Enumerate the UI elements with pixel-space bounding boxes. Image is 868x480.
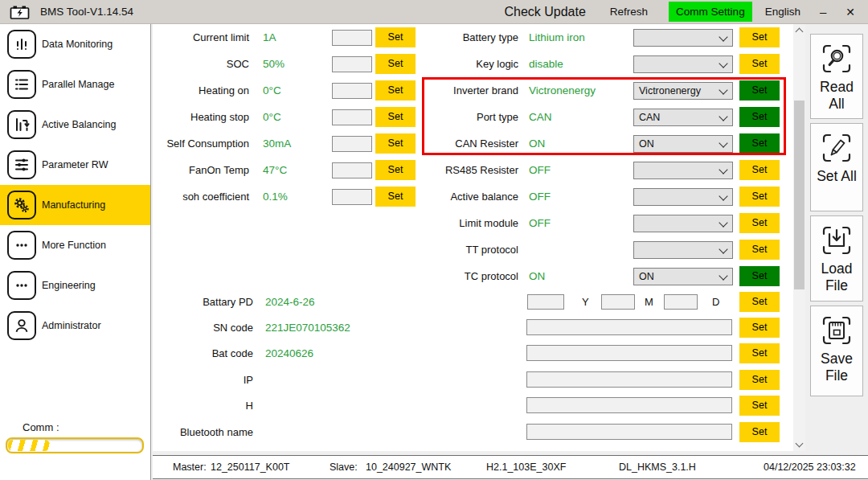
set-all-button[interactable]: Set All: [810, 123, 863, 211]
set-button[interactable]: Set: [739, 80, 780, 101]
ip-input[interactable]: [526, 371, 732, 388]
set-button[interactable]: Set: [739, 396, 780, 416]
main-panel: Current limit 1A Set SOC 50% Set Heating…: [153, 24, 805, 451]
sidebar-item-label: Parameter RW: [42, 159, 108, 170]
row-inverter-brand: Inverter brand Victronenergy Victronener…: [153, 80, 805, 101]
ellipsis-icon: [7, 231, 36, 260]
month-label: M: [645, 292, 653, 313]
row-can-resister: CAN Resister ON ON Set: [153, 133, 805, 154]
param-label: RS485 Resister: [378, 160, 518, 181]
param-label: IP: [153, 370, 253, 391]
set-button[interactable]: Set: [739, 107, 780, 127]
slave-version: 10_240927_WNTK: [366, 456, 451, 478]
rs485-resister-dropdown[interactable]: [633, 162, 733, 179]
refresh-button[interactable]: Refresh: [610, 6, 648, 18]
comm-progress-bar: [6, 437, 144, 453]
set-button[interactable]: Set: [739, 343, 780, 363]
set-button[interactable]: Set: [739, 266, 780, 286]
title-bar: BMS Tool-V1.14.54 Check Update Refresh C…: [0, 0, 868, 24]
can-resister-dropdown[interactable]: ON: [633, 135, 733, 153]
year-input[interactable]: [527, 294, 564, 310]
param-value: CAN: [529, 107, 552, 128]
param-label: CAN Resister: [378, 133, 518, 154]
chevron-down-icon: [719, 138, 727, 147]
scroll-up-icon[interactable]: [796, 28, 804, 36]
sidebar-item-more-function[interactable]: More Function: [0, 225, 150, 265]
scrollbar-thumb[interactable]: [794, 101, 805, 289]
row-tt-protocol: TT protocol Set: [153, 240, 805, 261]
bat-code-input[interactable]: [526, 345, 732, 361]
sidebar-item-administrator[interactable]: Administrator: [0, 306, 150, 346]
hardware-version: H2.1_103E_30XF: [486, 456, 566, 478]
dropdown-value: CAN: [639, 109, 660, 125]
row-bluetooth-name: Bluetooth name Set: [153, 422, 805, 443]
row-battery-type: Battery type Lithium iron Set: [153, 27, 805, 48]
active-balance-dropdown[interactable]: [633, 188, 733, 206]
sidebar-item-label: Parallel Manage: [42, 79, 114, 90]
master-version: 12_250117_K00T: [211, 456, 289, 478]
comm-setting-button[interactable]: Comm Setting: [669, 2, 752, 22]
set-button[interactable]: Set: [739, 292, 780, 312]
sidebar-item-parameter-rw[interactable]: Parameter RW: [0, 145, 150, 185]
day-input[interactable]: [664, 294, 698, 310]
read-all-label: Read All: [816, 79, 858, 112]
sidebar-item-label: Data Monitoring: [42, 39, 113, 50]
vertical-scrollbar[interactable]: [793, 24, 805, 451]
sidebar-item-parallel-manage[interactable]: Parallel Manage: [0, 64, 150, 105]
set-button[interactable]: Set: [739, 187, 780, 207]
sidebar-item-manufacturing[interactable]: Manufacturing: [0, 185, 150, 225]
row-key-logic: Key logic disable Set: [153, 54, 805, 75]
tc-protocol-dropdown[interactable]: ON: [633, 268, 733, 285]
set-button[interactable]: Set: [739, 370, 780, 390]
param-value: Victronenergy: [529, 80, 596, 101]
sn-code-input[interactable]: [526, 319, 732, 335]
set-button[interactable]: Set: [739, 160, 780, 180]
limit-module-dropdown[interactable]: [633, 215, 733, 232]
scroll-down-icon[interactable]: [796, 440, 804, 448]
param-value: ON: [529, 266, 545, 287]
tt-protocol-dropdown[interactable]: [633, 241, 733, 259]
inverter-brand-dropdown[interactable]: Victronenergy: [633, 82, 733, 100]
set-button[interactable]: Set: [739, 213, 780, 233]
param-value: OFF: [529, 213, 551, 234]
key-logic-dropdown[interactable]: [633, 55, 733, 73]
set-button[interactable]: Set: [739, 422, 780, 442]
param-label: TC protocol: [378, 266, 518, 287]
param-label: Port type: [378, 107, 518, 128]
battery-type-dropdown[interactable]: [633, 29, 733, 47]
port-type-dropdown[interactable]: CAN: [633, 109, 733, 126]
read-all-button[interactable]: Read All: [810, 34, 863, 119]
check-update-button[interactable]: Check Update: [504, 5, 585, 19]
row-h: H Set: [153, 396, 805, 416]
language-button[interactable]: English: [765, 6, 800, 18]
sidebar-item-active-balancing[interactable]: Active Balancing: [0, 105, 150, 145]
set-button[interactable]: Set: [739, 27, 780, 47]
param-value: OFF: [529, 187, 551, 207]
sidebar-item-label: Administrator: [42, 320, 101, 331]
set-button[interactable]: Set: [739, 240, 780, 260]
param-label: Battery type: [378, 27, 518, 48]
sidebar-item-engineering[interactable]: Engineering: [0, 265, 150, 306]
load-file-button[interactable]: Load File: [810, 215, 863, 302]
set-all-label: Set All: [816, 168, 858, 185]
app-title: BMS Tool-V1.14.54: [40, 6, 133, 18]
chevron-down-icon: [719, 271, 727, 280]
save-file-button[interactable]: Save File: [810, 306, 863, 396]
param-label: Key logic: [378, 54, 518, 75]
minimize-button[interactable]: –: [820, 5, 826, 18]
param-label: Active balance: [378, 187, 518, 207]
month-input[interactable]: [601, 294, 635, 310]
param-label: Limit module: [378, 213, 518, 234]
param-value: 2024-6-26: [265, 292, 315, 313]
set-button[interactable]: Set: [739, 54, 780, 74]
param-value: Lithium iron: [529, 27, 585, 48]
sidebar-item-label: Active Balancing: [42, 119, 116, 130]
h-input[interactable]: [526, 397, 732, 413]
row-rs485-resister: RS485 Resister OFF Set: [153, 160, 805, 181]
chevron-down-icon: [719, 191, 727, 200]
set-button[interactable]: Set: [739, 133, 780, 154]
bluetooth-name-input[interactable]: [526, 424, 732, 440]
sidebar-item-data-monitoring[interactable]: Data Monitoring: [0, 24, 150, 64]
set-button[interactable]: Set: [739, 318, 780, 338]
close-button[interactable]: ✕: [845, 6, 855, 18]
